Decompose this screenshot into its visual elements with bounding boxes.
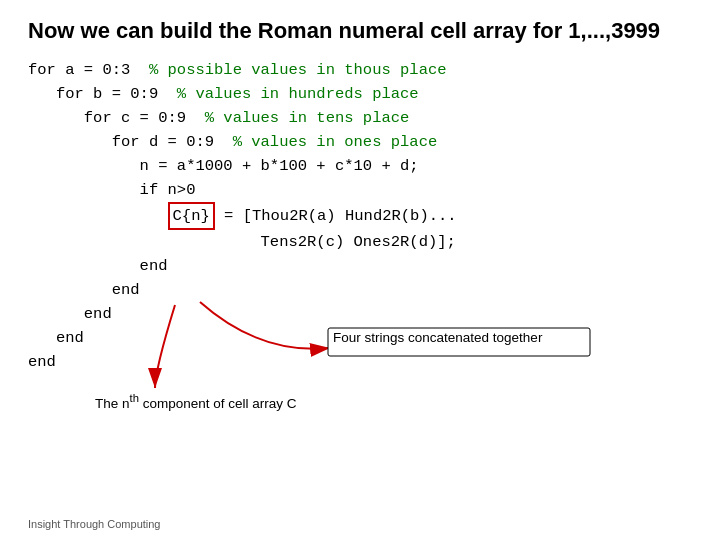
code-line-9: end	[28, 254, 692, 278]
code-line-2: for b = 0:9 % values in hundreds place	[28, 82, 692, 106]
code-line-3: for c = 0:9 % values in tens place	[28, 106, 692, 130]
code-text-12: end	[28, 329, 84, 347]
code-text-6: if n>0	[28, 181, 195, 199]
code-text-7c: = [Thou2R(a) Hund2R(b)...	[215, 207, 457, 225]
code-line-10: end	[28, 278, 692, 302]
code-line-1: for a = 0:3 % possible values in thous p…	[28, 58, 692, 82]
code-text-8: Tens2R(c) Ones2R(d)];	[28, 233, 456, 251]
code-comment-4: % values in ones place	[233, 133, 438, 151]
code-block: for a = 0:3 % possible values in thous p…	[28, 58, 692, 374]
code-text-4: for d = 0:9	[28, 133, 233, 151]
nth-text-after: component of cell array C	[139, 396, 297, 411]
code-text-2: for b = 0:9	[28, 85, 177, 103]
nth-superscript: th	[130, 392, 139, 404]
code-text-7a	[28, 207, 168, 225]
code-comment-2: % values in hundreds place	[177, 85, 419, 103]
code-text-3: for c = 0:9	[28, 109, 205, 127]
code-text-10: end	[28, 281, 140, 299]
slide: Now we can build the Roman numeral cell …	[0, 0, 720, 540]
code-line-11: end	[28, 302, 692, 326]
four-strings-label: Four strings concatenated together	[333, 330, 542, 345]
code-text-13: end	[28, 353, 56, 371]
footer: Insight Through Computing	[28, 518, 161, 530]
code-line-13: end	[28, 350, 692, 374]
code-text-11: end	[28, 305, 112, 323]
nth-text-before: The n	[95, 396, 130, 411]
code-line-5: n = a*1000 + b*100 + c*10 + d;	[28, 154, 692, 178]
code-line-4: for d = 0:9 % values in ones place	[28, 130, 692, 154]
code-comment-1: % possible values in thous place	[149, 61, 447, 79]
code-line-8: Tens2R(c) Ones2R(d)];	[28, 230, 692, 254]
slide-title: Now we can build the Roman numeral cell …	[28, 18, 692, 44]
code-line-6: if n>0	[28, 178, 692, 202]
nth-component-label: The nth component of cell array C	[95, 392, 297, 411]
code-text-1: for a = 0:3	[28, 61, 149, 79]
code-comment-3: % values in tens place	[205, 109, 410, 127]
code-line-7: C{n} = [Thou2R(a) Hund2R(b)...	[28, 202, 692, 230]
cn-highlight: C{n}	[168, 202, 215, 230]
code-text-9: end	[28, 257, 168, 275]
code-text-5: n = a*1000 + b*100 + c*10 + d;	[28, 157, 419, 175]
